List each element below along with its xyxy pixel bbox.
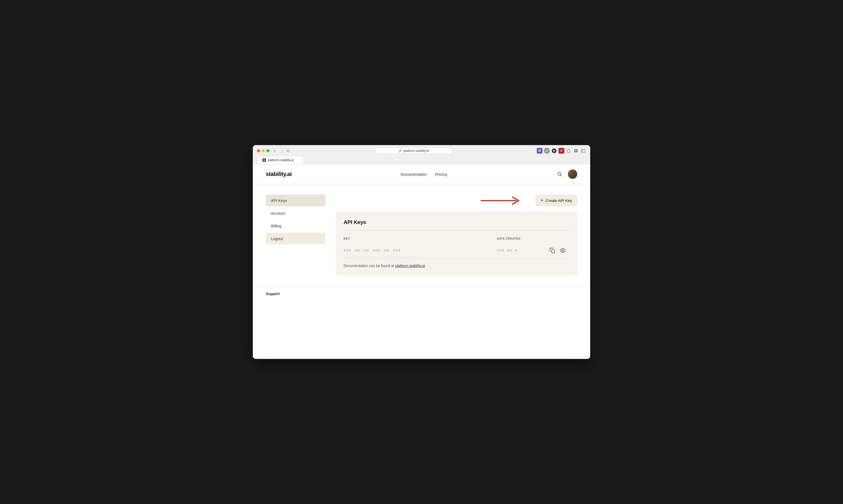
dot (393, 249, 395, 251)
extension-icon-6[interactable] (573, 148, 579, 154)
svg-text:M: M (553, 149, 555, 152)
svg-point-2 (546, 151, 547, 152)
sidebar: API Keys Account Billing Logout (266, 195, 325, 276)
address-bar-container: 🔗 platform.stability.ai (294, 148, 534, 154)
dot (507, 249, 509, 251)
dot (387, 249, 389, 251)
svg-rect-10 (576, 151, 577, 152)
footer-link[interactable]: platform.stability.ai (395, 264, 425, 268)
minimize-button[interactable] (262, 149, 265, 152)
sidebar-api-keys-label: API Keys (271, 198, 287, 203)
forward-icon[interactable] (279, 148, 284, 153)
extension-icon-4[interactable]: P (558, 148, 564, 154)
main-layout: API Keys Account Billing Logout (253, 184, 590, 286)
sidebar-billing-label: Billing (271, 224, 281, 228)
browser-chrome: 🔗 platform.stability.ai B M P (253, 145, 590, 164)
sidebar-toggle-icon[interactable] (580, 148, 586, 154)
copy-icon[interactable] (549, 247, 556, 254)
sidebar-item-api-keys[interactable]: API Keys (266, 195, 325, 206)
dot (375, 249, 377, 251)
tab-favicon: S (263, 158, 266, 162)
browser-window: 🔗 platform.stability.ai B M P (253, 145, 590, 359)
browser-buttons (257, 149, 269, 152)
sidebar-item-logout[interactable]: Logout (266, 233, 325, 245)
dot (355, 249, 357, 251)
api-keys-card: API Keys KEY DATE CREATED (336, 212, 577, 276)
dot (398, 249, 400, 251)
site-header: stability.ai Documentation Pricing (253, 164, 590, 184)
card-title: API Keys (344, 219, 570, 225)
dot (515, 249, 517, 251)
col-header-date: DATE CREATED (497, 237, 549, 240)
dot (384, 249, 386, 251)
svg-line-16 (561, 175, 562, 176)
svg-text:P: P (561, 149, 562, 152)
maximize-button[interactable] (266, 149, 269, 152)
sidebar-account-label: Account (271, 211, 285, 215)
arrow-annotation (479, 195, 525, 206)
page-footer: Support (253, 286, 590, 301)
sidebar-logout-label: Logout (271, 236, 283, 241)
content-header: + Create API Key (336, 195, 577, 206)
card-footer: Documentation can be found at platform.s… (344, 264, 570, 268)
create-api-key-button[interactable]: + Create API Key (535, 195, 577, 206)
dot (366, 249, 369, 251)
sidebar-item-billing[interactable]: Billing (266, 220, 325, 232)
svg-point-18 (562, 250, 563, 251)
dot (497, 249, 499, 251)
address-bar[interactable]: 🔗 platform.stability.ai (375, 148, 453, 154)
date-value (497, 249, 549, 251)
extension-icon-1[interactable]: B (537, 148, 542, 154)
table-row (344, 242, 570, 258)
logo[interactable]: stability.ai (266, 171, 292, 178)
svg-text:S: S (264, 159, 265, 161)
svg-rect-8 (576, 149, 577, 150)
browser-tab-bar: S platform.stability.ai (257, 156, 586, 164)
main-nav: Documentation Pricing (292, 172, 556, 177)
url-text: platform.stability.ai (403, 149, 429, 152)
nav-documentation[interactable]: Documentation (401, 172, 427, 177)
col-header-key: KEY (344, 237, 497, 240)
avatar[interactable] (568, 169, 577, 179)
row-actions (549, 247, 570, 254)
dot (510, 249, 512, 251)
nav-pricing[interactable]: Pricing (435, 172, 447, 177)
dot (346, 249, 348, 251)
dot (502, 249, 504, 251)
browser-nav-icons (272, 148, 291, 153)
dot (396, 249, 398, 251)
reload-icon[interactable] (286, 148, 291, 153)
close-button[interactable] (257, 149, 260, 152)
plus-icon: + (541, 198, 543, 203)
main-content: + Create API Key API Keys KEY DATE CREAT… (336, 195, 577, 276)
dot (364, 249, 366, 251)
extension-icon-3[interactable]: M (551, 148, 557, 154)
extension-icon-5[interactable] (566, 148, 572, 154)
col-header-actions (549, 237, 570, 240)
footer-text: Documentation can be found at (344, 264, 395, 268)
svg-rect-9 (574, 151, 576, 152)
dot (373, 249, 375, 251)
dot (344, 249, 346, 251)
key-value (344, 249, 497, 251)
table-header: KEY DATE CREATED (344, 237, 570, 242)
svg-rect-7 (574, 149, 576, 150)
header-actions (556, 169, 577, 179)
sidebar-item-account[interactable]: Account (266, 208, 325, 219)
support-link[interactable]: Support (266, 292, 280, 296)
page-content: stability.ai Documentation Pricing (253, 164, 590, 359)
create-api-key-label: Create API Key (545, 198, 572, 203)
dot (358, 249, 360, 251)
view-icon[interactable] (559, 247, 566, 254)
lock-icon: 🔗 (398, 149, 402, 152)
search-button[interactable] (556, 170, 564, 178)
dot (499, 249, 501, 251)
avatar-image (568, 169, 577, 179)
browser-actions: B M P (537, 148, 586, 154)
dot (349, 249, 351, 251)
back-icon[interactable] (272, 148, 277, 153)
extension-icon-2[interactable] (544, 148, 550, 154)
browser-tab[interactable]: S platform.stability.ai (257, 156, 304, 164)
svg-rect-11 (581, 149, 585, 152)
svg-rect-17 (552, 250, 555, 253)
